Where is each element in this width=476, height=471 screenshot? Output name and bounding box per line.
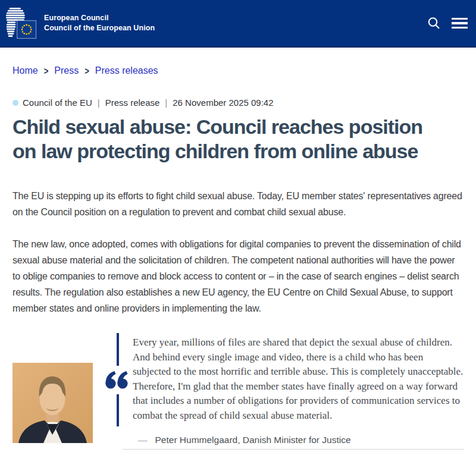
chevron-right-icon: > <box>84 65 89 77</box>
quote-attribution: — Peter Hummelgaard, Danish Minister for… <box>138 435 464 445</box>
quote-text-part1: Every year, millions of files are shared… <box>133 335 464 379</box>
quote-section: Every year, millions of files are shared… <box>12 333 464 445</box>
attribution-name: Peter Hummelgaard, Danish Minister for J… <box>155 435 351 445</box>
meta-separator: | <box>165 98 167 108</box>
org-name: European Council Council of the European… <box>44 13 155 33</box>
article-page: Home > Press > Press releases Council of… <box>0 65 476 450</box>
hamburger-menu-icon[interactable] <box>452 15 468 32</box>
page-title-line2: on law protecting children from online a… <box>12 139 464 164</box>
meta-datetime: 26 November 2025 09:42 <box>173 98 273 108</box>
org-name-line2: Council of the European Union <box>44 23 155 33</box>
council-logo-home-link[interactable]: European Council Council of the European… <box>5 6 155 40</box>
site-header: European Council Council of the European… <box>0 0 476 48</box>
attribution-dash: — <box>138 435 148 445</box>
double-quote-icon <box>104 366 129 394</box>
article-paragraph: The EU is stepping up its efforts to fig… <box>12 188 464 220</box>
search-icon <box>427 16 441 30</box>
org-name-line1: European Council <box>44 13 155 23</box>
portrait-photo-peter-hummelgaard <box>12 363 93 443</box>
meta-source: Council of the EU <box>23 98 92 108</box>
page-title: Child sexual abuse: Council reaches posi… <box>12 115 464 164</box>
search-button[interactable] <box>424 14 443 33</box>
page-title-line1: Child sexual abuse: Council reaches posi… <box>12 115 464 139</box>
breadcrumb-press-releases[interactable]: Press releases <box>95 65 158 76</box>
breadcrumb-home[interactable]: Home <box>12 65 38 76</box>
breadcrumb-press[interactable]: Press <box>54 65 79 76</box>
divider <box>123 449 464 450</box>
meta-separator: | <box>98 98 100 108</box>
breadcrumb: Home > Press > Press releases <box>12 65 464 76</box>
quote-block: Every year, millions of files are shared… <box>117 333 464 426</box>
chevron-right-icon: > <box>44 65 49 77</box>
quote-main: Every year, millions of files are shared… <box>117 333 464 445</box>
european-council-logo-icon <box>5 7 37 40</box>
article-paragraph: The new law, once adopted, comes with ob… <box>12 236 464 316</box>
quote-text-part2: Therefore, I'm glad that the member stat… <box>133 379 464 423</box>
meta-type: Press release <box>105 98 160 108</box>
article-meta: Council of the EU | Press release | 26 N… <box>12 98 464 108</box>
source-dot-icon <box>12 100 18 106</box>
